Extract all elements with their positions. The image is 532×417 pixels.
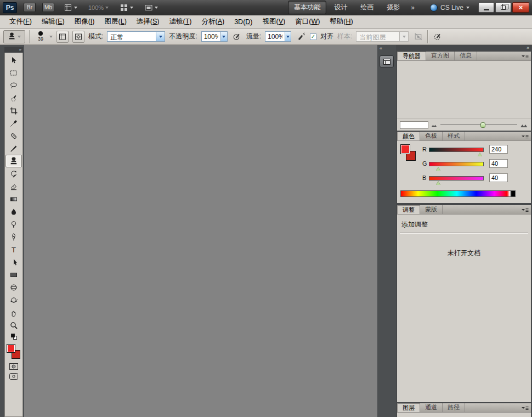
color-spectrum-ramp[interactable] <box>400 190 516 197</box>
path-selection-tool[interactable] <box>5 256 22 268</box>
crop-tool[interactable] <box>5 104 22 117</box>
panel-menu-icon[interactable] <box>521 53 529 61</box>
aligned-checkbox[interactable]: ✓ <box>310 33 316 40</box>
menu-3d[interactable]: 3D(D) <box>229 16 257 27</box>
expand-dock-button[interactable]: « <box>377 45 396 52</box>
airbrush-toggle-button[interactable] <box>295 31 306 42</box>
launch-bridge-button[interactable]: Br <box>24 3 36 12</box>
tab-channels[interactable]: 通道 <box>420 403 443 412</box>
quick-mask-button[interactable] <box>5 362 22 371</box>
quick-selection-tool[interactable] <box>5 92 22 104</box>
flow-input[interactable] <box>265 32 285 41</box>
launch-mini-bridge-button[interactable]: Mb <box>42 3 54 12</box>
flow-field[interactable] <box>265 31 291 42</box>
tab-info[interactable]: 信息 <box>455 52 477 60</box>
menu-layer[interactable]: 图层(L) <box>100 15 132 28</box>
tab-navigator[interactable]: 导航器 <box>397 52 426 60</box>
zoom-in-icon[interactable] <box>520 122 528 128</box>
green-value-input[interactable] <box>489 159 508 168</box>
panel-menu-icon[interactable] <box>521 405 529 413</box>
toggle-clone-source-panel-button[interactable] <box>72 31 84 43</box>
green-slider[interactable] <box>429 162 484 166</box>
tab-styles[interactable]: 样式 <box>443 132 465 140</box>
opacity-input[interactable] <box>202 32 221 41</box>
opacity-field[interactable] <box>201 31 228 42</box>
type-tool[interactable]: T <box>5 243 22 256</box>
tablet-pressure-size-button[interactable] <box>432 31 443 42</box>
workspace-tab-essentials[interactable]: 基本功能 <box>288 1 326 14</box>
zoom-level-dropdown[interactable]: 100% <box>87 3 110 12</box>
tool-preset-picker[interactable] <box>3 30 25 43</box>
slider-thumb[interactable] <box>436 181 440 185</box>
blue-slider[interactable] <box>429 176 484 181</box>
gradient-tool[interactable] <box>5 193 22 205</box>
eyedropper-tool[interactable] <box>5 117 22 129</box>
history-brush-tool[interactable] <box>5 167 22 180</box>
restore-button[interactable] <box>495 2 511 13</box>
tablet-pressure-opacity-button[interactable] <box>231 31 242 42</box>
workspace-tab-design[interactable]: 设计 <box>329 1 353 14</box>
blend-mode-dropdown[interactable]: 正常 <box>107 31 165 42</box>
rectangular-marquee-tool[interactable] <box>5 66 22 79</box>
opacity-slider-button[interactable] <box>220 32 227 41</box>
close-button[interactable]: × <box>512 2 529 13</box>
view-extras-button[interactable] <box>62 2 79 13</box>
rectangle-tool[interactable] <box>5 268 22 281</box>
menu-window[interactable]: 窗口(W) <box>290 15 325 28</box>
canvas-area[interactable] <box>24 45 377 417</box>
zoom-tool[interactable] <box>5 319 22 331</box>
menu-analysis[interactable]: 分析(A) <box>196 15 229 28</box>
tab-swatches[interactable]: 色板 <box>420 132 443 140</box>
flow-slider-button[interactable] <box>285 32 291 41</box>
minimize-button[interactable] <box>478 2 494 13</box>
slider-thumb[interactable] <box>480 122 485 128</box>
menu-file[interactable]: 文件(F) <box>4 15 37 28</box>
clone-stamp-tool[interactable] <box>5 155 22 167</box>
screen-mode-button[interactable] <box>143 2 160 13</box>
screen-mode-toggle-button[interactable] <box>5 371 22 381</box>
menu-filter[interactable]: 滤镜(T) <box>164 15 196 28</box>
red-value-input[interactable] <box>489 145 508 154</box>
arrange-documents-button[interactable] <box>118 2 135 13</box>
lasso-tool[interactable] <box>5 79 22 92</box>
collapsed-panel-button[interactable] <box>380 55 394 67</box>
workspace-overflow-button[interactable]: » <box>408 4 418 12</box>
tab-color[interactable]: 颜色 <box>397 132 420 140</box>
menu-select[interactable]: 选择(S) <box>132 15 165 28</box>
dropdown-arrow-button[interactable] <box>156 32 165 41</box>
hand-tool[interactable] <box>5 306 22 319</box>
foreground-color-swatch[interactable] <box>7 344 15 353</box>
menu-view[interactable]: 视图(V) <box>258 15 291 28</box>
navigator-zoom-input[interactable] <box>400 121 428 129</box>
3d-camera-rotate-tool[interactable] <box>5 294 22 306</box>
brush-preset-picker[interactable]: 39 <box>33 30 53 44</box>
tab-adjustments[interactable]: 调整 <box>397 205 420 214</box>
brush-tool[interactable] <box>5 142 22 155</box>
tab-masks[interactable]: 蒙版 <box>420 205 443 214</box>
slider-thumb[interactable] <box>436 167 440 171</box>
cs-live-button[interactable]: CS Live <box>430 4 469 12</box>
panel-menu-icon[interactable] <box>521 133 529 141</box>
spot-healing-brush-tool[interactable] <box>5 129 22 142</box>
blue-value-input[interactable] <box>489 173 508 182</box>
blur-tool[interactable] <box>5 205 22 218</box>
menu-image[interactable]: 图像(I) <box>70 15 100 28</box>
workspace-tab-painting[interactable]: 绘画 <box>355 1 379 14</box>
menu-help[interactable]: 帮助(H) <box>325 15 358 28</box>
navigator-zoom-slider[interactable] <box>440 122 517 128</box>
eraser-tool[interactable] <box>5 180 22 193</box>
slider-thumb[interactable] <box>478 153 482 156</box>
3d-object-rotate-tool[interactable] <box>5 281 22 294</box>
tab-paths[interactable]: 路径 <box>443 403 465 412</box>
pen-tool[interactable] <box>5 230 22 243</box>
collapse-dock-button[interactable]: » <box>396 45 532 52</box>
tab-histogram[interactable]: 直方图 <box>426 52 455 60</box>
toggle-brush-panel-button[interactable] <box>56 31 69 43</box>
workspace-tab-photography[interactable]: 摄影 <box>381 1 405 14</box>
tools-panel-header[interactable]: » <box>4 47 23 53</box>
menu-edit[interactable]: 编辑(E) <box>37 15 70 28</box>
panel-menu-icon[interactable] <box>521 207 529 215</box>
ignore-adjustment-layers-button[interactable] <box>412 31 423 42</box>
zoom-out-icon[interactable] <box>431 122 438 127</box>
dodge-tool[interactable] <box>5 218 22 230</box>
